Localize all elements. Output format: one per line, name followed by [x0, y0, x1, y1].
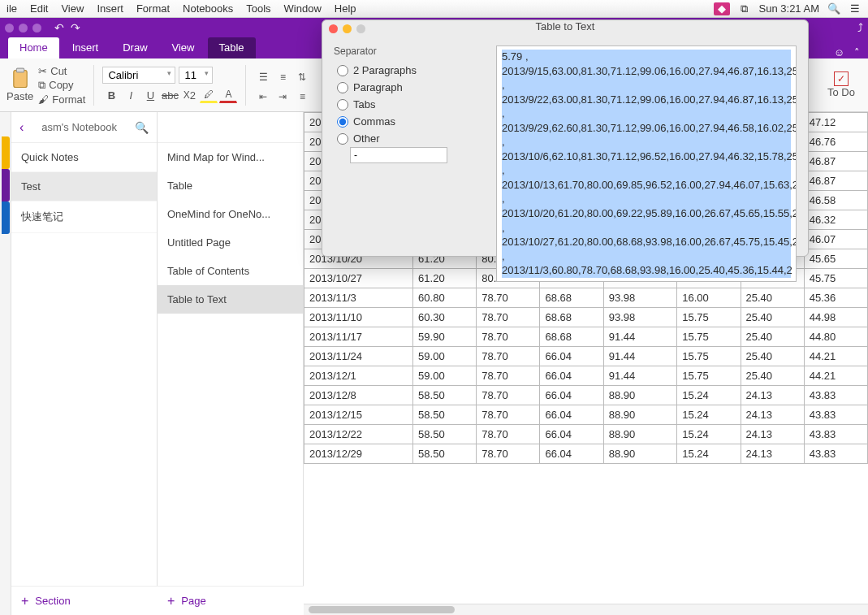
- italic-button[interactable]: I: [122, 87, 140, 103]
- ribbon-tab-view[interactable]: View: [161, 37, 206, 58]
- table-cell[interactable]: 43.83: [804, 425, 867, 444]
- menu-format[interactable]: Format: [136, 2, 170, 15]
- table-cell[interactable]: 15.24: [677, 425, 741, 444]
- table-cell[interactable]: 43.83: [804, 386, 867, 405]
- table-row[interactable]: 2013/12/1558.5078.7066.0488.9015.2424.13…: [304, 405, 868, 425]
- table-cell[interactable]: 58.50: [413, 386, 477, 405]
- table-cell[interactable]: 2013/11/3: [304, 288, 413, 308]
- table-cell[interactable]: 58.50: [413, 444, 477, 464]
- todo-button[interactable]: ✓ To Do: [827, 71, 862, 98]
- font-size-select[interactable]: 11: [179, 67, 213, 84]
- font-family-select[interactable]: Calibri: [102, 67, 175, 84]
- table-cell[interactable]: 24.13: [741, 425, 804, 444]
- table-cell[interactable]: 2013/12/15: [304, 405, 413, 425]
- menu-view[interactable]: View: [61, 2, 84, 15]
- window-traffic-lights[interactable]: [5, 24, 41, 32]
- table-cell[interactable]: 45.36: [804, 288, 867, 308]
- table-row[interactable]: 2013/12/2958.5078.7066.0488.9015.2424.13…: [304, 444, 868, 464]
- menu-ile[interactable]: ile: [6, 2, 17, 15]
- underline-button[interactable]: U: [141, 87, 159, 103]
- outdent-button[interactable]: ⇤: [254, 89, 272, 105]
- table-cell[interactable]: 91.44: [603, 366, 677, 386]
- table-cell[interactable]: 93.98: [603, 308, 677, 327]
- section-color-tab[interactable]: [2, 169, 10, 201]
- menu-notebooks[interactable]: Notebooks: [183, 2, 233, 15]
- table-cell[interactable]: 15.75: [677, 308, 741, 327]
- table-row[interactable]: 2013/12/858.5078.7066.0488.9015.2424.134…: [304, 386, 868, 405]
- add-page-button[interactable]: +Page: [158, 587, 304, 615]
- ribbon-tab-table[interactable]: Table: [208, 37, 256, 58]
- emoji-icon[interactable]: ☺: [834, 46, 844, 58]
- table-cell[interactable]: 59.00: [413, 347, 477, 366]
- table-row[interactable]: 2013/12/159.0078.7066.0491.4415.7525.404…: [304, 366, 868, 386]
- menu-window[interactable]: Window: [284, 2, 322, 15]
- table-cell[interactable]: 59.00: [413, 366, 477, 386]
- undo-icon[interactable]: ↶: [54, 21, 64, 34]
- share-icon[interactable]: ⤴: [857, 21, 863, 34]
- menu-insert[interactable]: Insert: [97, 2, 123, 15]
- redo-icon[interactable]: ↷: [71, 21, 80, 34]
- table-cell[interactable]: 88.90: [603, 386, 677, 405]
- add-section-button[interactable]: +Section: [11, 587, 158, 615]
- table-cell[interactable]: 43.83: [804, 444, 867, 464]
- table-cell[interactable]: 78.70: [477, 366, 540, 386]
- table-cell[interactable]: 15.75: [677, 347, 741, 366]
- page-item[interactable]: OneMind for OneNo...: [158, 200, 303, 228]
- table-cell[interactable]: 16.00: [677, 288, 741, 308]
- copy-button[interactable]: ⧉Copy: [38, 79, 85, 92]
- page-item[interactable]: Untitled Page: [158, 228, 303, 257]
- table-cell[interactable]: 24.13: [741, 386, 804, 405]
- clock[interactable]: Sun 3:21 AM: [759, 2, 819, 15]
- table-cell[interactable]: 2013/12/1: [304, 366, 413, 386]
- minimize-icon[interactable]: [343, 24, 352, 33]
- table-cell[interactable]: 66.04: [540, 425, 603, 444]
- table-cell[interactable]: 78.70: [477, 327, 540, 347]
- table-cell[interactable]: 58.50: [413, 405, 477, 425]
- table-cell[interactable]: 58.50: [413, 425, 477, 444]
- table-cell[interactable]: 44.98: [804, 308, 867, 327]
- table-cell[interactable]: 78.70: [477, 405, 540, 425]
- back-icon[interactable]: ‹: [19, 120, 24, 135]
- table-cell[interactable]: 15.75: [677, 327, 741, 347]
- table-cell[interactable]: 66.04: [540, 347, 603, 366]
- table-cell[interactable]: 44.80: [804, 327, 867, 347]
- bold-button[interactable]: B: [102, 87, 120, 103]
- highlight-button[interactable]: 🖊: [200, 87, 218, 103]
- separator-option-commas[interactable]: Commas: [334, 113, 488, 130]
- numbering-button[interactable]: ≡: [274, 69, 291, 85]
- table-cell[interactable]: 47.12: [804, 113, 867, 132]
- table-cell[interactable]: 15.75: [677, 366, 741, 386]
- table-cell[interactable]: 66.04: [540, 386, 603, 405]
- strike-button[interactable]: abc: [161, 87, 179, 103]
- displays-icon[interactable]: ⧉: [738, 2, 751, 15]
- table-cell[interactable]: 25.40: [741, 366, 804, 386]
- menu-edit[interactable]: Edit: [30, 2, 48, 15]
- table-cell[interactable]: 46.87: [804, 171, 867, 191]
- table-row[interactable]: 2013/11/2459.0078.7066.0491.4415.7525.40…: [304, 347, 868, 366]
- cut-button[interactable]: ✂Cut: [38, 65, 85, 77]
- table-cell[interactable]: 88.90: [603, 405, 677, 425]
- table-cell[interactable]: 78.70: [477, 288, 540, 308]
- table-cell[interactable]: 2013/11/10: [304, 308, 413, 327]
- table-row[interactable]: 2013/12/2258.5078.7066.0488.9015.2424.13…: [304, 425, 868, 444]
- table-cell[interactable]: 15.24: [677, 444, 741, 464]
- table-cell[interactable]: 25.40: [741, 327, 804, 347]
- separator-option-paragraph[interactable]: Paragraph: [334, 79, 488, 96]
- ribbon-tab-draw[interactable]: Draw: [111, 37, 158, 58]
- section-item[interactable]: Test: [11, 172, 157, 201]
- table-cell[interactable]: 15.24: [677, 405, 741, 425]
- ribbon-tab-insert[interactable]: Insert: [61, 37, 110, 58]
- table-cell[interactable]: 46.76: [804, 132, 867, 152]
- table-cell[interactable]: 46.07: [804, 230, 867, 249]
- table-cell[interactable]: 2013/12/22: [304, 425, 413, 444]
- close-icon[interactable]: [329, 24, 338, 33]
- separator-option-other[interactable]: Other: [334, 130, 488, 147]
- page-item[interactable]: Table: [158, 171, 303, 200]
- horizontal-scrollbar[interactable]: [304, 604, 868, 615]
- subscript-button[interactable]: X2: [180, 87, 198, 103]
- table-cell[interactable]: 46.87: [804, 152, 867, 171]
- table-row[interactable]: 2013/11/1060.3078.7068.6893.9815.7525.40…: [304, 308, 868, 327]
- table-cell[interactable]: 60.80: [413, 288, 477, 308]
- table-cell[interactable]: 43.83: [804, 405, 867, 425]
- table-cell[interactable]: 93.98: [603, 288, 677, 308]
